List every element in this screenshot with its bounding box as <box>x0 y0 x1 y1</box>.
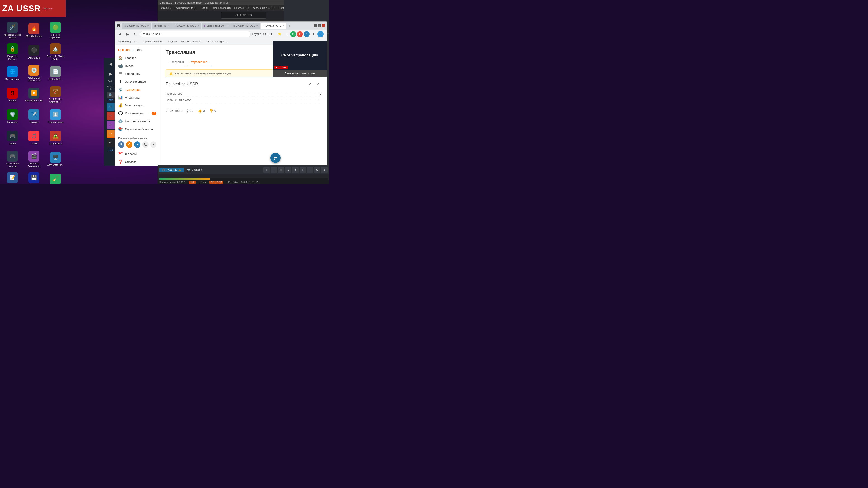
phone-social-btn[interactable]: 📞 <box>142 141 148 148</box>
sidebar-item-comments[interactable]: 💬 Комментарии +1 <box>115 109 160 117</box>
steam-de-item1[interactable]: De <box>107 111 115 120</box>
obs-menu-profile[interactable]: Профиль (Р) <box>232 6 251 10</box>
obs-add-source-btn[interactable]: + <box>300 167 306 173</box>
desktop-icon-acronis-disk[interactable]: 💿 Acronis Disk Director 12.5 <box>24 63 44 84</box>
bookmark-yandex[interactable]: Яндекс <box>167 40 178 43</box>
desktop-icon-steam[interactable]: 🎮 Steam <box>2 128 23 148</box>
sidebar-item-help[interactable]: ❓ Справка <box>115 158 160 166</box>
browser-back-btn[interactable]: ◀ <box>117 31 123 37</box>
external-link-btn[interactable]: ↗ <box>315 81 321 87</box>
sidebar-item-analytics[interactable]: 📊 Аналитика <box>115 94 160 101</box>
sidebar-item-blogger-help[interactable]: 📚 Справочник блогера <box>115 125 160 133</box>
browser-tab-4[interactable]: В Видеоигры: Ст... ✕ <box>202 23 230 29</box>
obs-menu-edit[interactable]: Редактирование (Е) <box>173 6 199 10</box>
bookmark-privet[interactable]: Привет! Это чат... <box>142 40 165 43</box>
sidebar-item-video[interactable]: 📹 Видео <box>115 62 160 70</box>
sidebar-item-monetization[interactable]: 💰 Монетизация <box>115 101 160 109</box>
obs-source-settings-btn[interactable]: ⚙ <box>314 167 320 173</box>
sidebar-item-broadcast[interactable]: 📡 Трансляция <box>115 86 160 94</box>
tab4-close[interactable]: ✕ <box>226 25 228 27</box>
tab2-close[interactable]: ✕ <box>168 25 169 27</box>
desktop-icon-assassins-creed[interactable]: 🗡️ Assassin's Creed Mirage <box>2 20 23 41</box>
desktop-icon-geforce-experience[interactable]: 🟢 GeForce Experience <box>45 20 66 41</box>
obs-source-up2-btn[interactable]: ▲ <box>321 167 328 173</box>
obs-remove-source-btn[interactable]: - <box>307 167 313 173</box>
desktop-icon-torrent[interactable]: ⬇️ Торрент Игрыа <box>45 106 66 127</box>
browser-restore-btn[interactable]: □ <box>318 24 321 27</box>
desktop-icon-epic-games[interactable]: 🎮 Epic Games Launcher <box>2 149 23 169</box>
obs-remove-scene-btn[interactable]: - <box>271 167 277 173</box>
bookmark-picture[interactable]: Picture backgrou... <box>205 40 229 43</box>
sidebar-item-channel-settings[interactable]: ⚙️ Настройка канала <box>115 117 160 125</box>
desktop-icon-kaspersky2[interactable]: 🛡️ Kaspersky <box>2 106 23 127</box>
tab-count-badge[interactable]: 9 <box>117 24 120 27</box>
browser-tab-6[interactable]: R Студия RUTE ✕ <box>260 23 286 29</box>
desktop-icon-document[interactable]: 📝 Документ Microsoft... <box>2 170 23 184</box>
desktop-icon-itunes[interactable]: 🎵 iTunes <box>24 128 44 148</box>
vk-social-btn[interactable]: В <box>118 141 124 148</box>
browser-downloads-icon[interactable]: ⬇ <box>311 31 316 37</box>
sidebar-item-home[interactable]: 🏠 Главная <box>115 54 160 62</box>
tab3-close[interactable]: ✕ <box>197 25 199 27</box>
desktop-icon-dying-light-2[interactable]: 🧟 Dying Light 2 <box>45 128 66 148</box>
browser-tab-3[interactable]: R Студия RUTUBE ✕ <box>172 23 202 29</box>
browser-tab-1[interactable]: R Студия RUTUBE ✕ <box>122 23 151 29</box>
desktop-icon-this-computer[interactable]: 🖥️ Этот компьют... <box>45 149 66 169</box>
desktop-icon-utorrent-cleaner[interactable]: 🧹 µTorrent Cleaner <box>45 170 66 184</box>
tab-settings[interactable]: Настройки <box>166 59 187 66</box>
desktop-icon-yandex[interactable]: Я Yandex <box>2 85 23 105</box>
desktop-icon-microsoft-edge[interactable]: 🌐 Microsoft Edge <box>2 63 23 84</box>
obs-scene-down-btn[interactable]: ▼ <box>292 167 299 173</box>
tab-control[interactable]: Управление <box>187 59 211 66</box>
obs-add-scene-btn[interactable]: + <box>264 167 270 173</box>
desktop-icon-msi-afterburner[interactable]: 🔥 MSI Afterburner <box>24 20 44 41</box>
desktop-icon-potplayer[interactable]: ▶️ PotPlayer (64-bit) <box>24 85 44 105</box>
steam-connect-item[interactable]: Co <box>107 103 115 111</box>
obs-scene-up-btn[interactable]: ▲ <box>285 167 291 173</box>
browser-extension-3[interactable]: S <box>304 31 310 37</box>
browser-more-icon[interactable]: ⋮ <box>283 31 289 37</box>
bookmark-icon[interactable]: ⭐ <box>277 31 283 37</box>
browser-tab-2[interactable]: R rutube.ru ✕ <box>152 23 172 29</box>
share-btn[interactable]: ↗ <box>307 81 313 87</box>
browser-forward-btn[interactable]: ▶ <box>124 31 131 37</box>
steam-panel-back[interactable]: ◀ <box>106 59 115 68</box>
more-social-btn[interactable]: + <box>150 141 156 148</box>
browser-minimize-btn[interactable]: ─ <box>314 24 317 27</box>
obs-menu-view[interactable]: Вид (V) <box>199 6 211 10</box>
steam-de-item2[interactable]: De <box>107 121 115 129</box>
browser-reload-btn[interactable]: ↻ <box>132 31 138 37</box>
steam-panel-forward[interactable]: ▶ <box>106 69 115 78</box>
desktop-icon-samsung-magician[interactable]: 💾 Samsung Magician <box>24 170 44 184</box>
obs-menu-file[interactable]: Файл (F) <box>159 6 173 10</box>
desktop-icon-tomb-raider-game[interactable]: 🏹 Tomb Raider Game of T... <box>45 85 66 105</box>
tab5-close[interactable]: ✕ <box>256 25 258 27</box>
sidebar-item-playlists[interactable]: ☰ Плейлисты <box>115 70 160 78</box>
address-bar-input[interactable] <box>140 31 251 37</box>
fab-button[interactable]: ⇄ <box>270 153 281 163</box>
end-stream-button[interactable]: Завершить трансляцию <box>273 70 327 77</box>
desktop-icon-kaspersky[interactable]: 🔒 Kaspersky Passw... <box>2 42 23 62</box>
sidebar-item-complaints[interactable]: 🚩 Жалобы <box>115 150 160 158</box>
bookmark-nvidia[interactable]: NVIDIA - Аrvutita... <box>180 40 204 43</box>
browser-profile-avatar[interactable]: U <box>317 31 324 37</box>
desktop-icon-telegram[interactable]: ✈️ Telegram <box>24 106 44 127</box>
steam-ob-item[interactable]: OB <box>107 139 115 147</box>
browser-close-btn[interactable]: ✕ <box>322 24 325 27</box>
tab1-close[interactable]: ✕ <box>147 25 149 27</box>
obs-menu-dockpanels[interactable]: Дон-панели (D) <box>211 6 232 10</box>
desktop-icon-rise-tomb-raider[interactable]: 🏔️ Rise of the Tomb Raider <box>45 42 66 62</box>
obs-scene-za-ussr[interactable]: 🎮 ZA USSR 🔒 <box>159 168 184 172</box>
desktop-icon-1e5ba2[interactable]: 📄 1e5ba2fae8... <box>45 63 66 84</box>
browser-extension-1[interactable]: G <box>290 31 296 37</box>
sidebar-item-upload[interactable]: ⬆ Загрузка видео <box>115 78 160 86</box>
ok-social-btn[interactable]: О <box>126 141 132 148</box>
steam-search-icon[interactable]: 🔍 <box>107 92 115 98</box>
telegram-social-btn[interactable]: ✈ <box>134 141 141 148</box>
bookmark-terminal[interactable]: Терминал | Т-Ин... <box>117 40 141 43</box>
steam-en-item[interactable]: En <box>107 130 115 138</box>
desktop-icon-obs-studio[interactable]: ⚫ OBS Studio <box>24 42 44 62</box>
obs-menu-scenes[interactable]: Коллекция сцен (S) <box>251 6 277 10</box>
obs-scene-props-btn[interactable]: ☰ <box>278 167 284 173</box>
tab6-close[interactable]: ✕ <box>282 25 284 27</box>
